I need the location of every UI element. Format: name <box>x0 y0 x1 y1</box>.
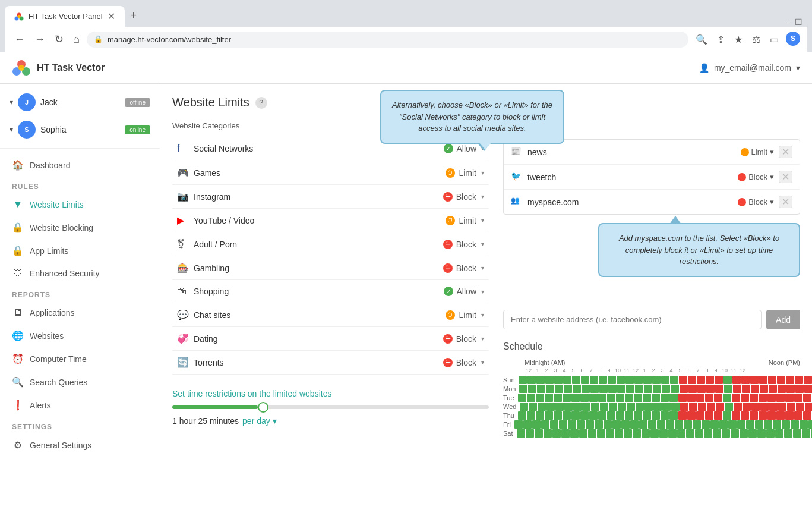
schedule-cell[interactable] <box>769 385 777 393</box>
schedule-cell[interactable] <box>787 403 795 411</box>
schedule-cell[interactable] <box>669 411 678 420</box>
new-tab-button[interactable]: + <box>126 5 142 27</box>
schedule-cell[interactable] <box>661 411 669 420</box>
schedule-cell[interactable] <box>630 420 639 429</box>
schedule-cell[interactable] <box>732 394 740 402</box>
schedule-cell[interactable] <box>687 411 696 420</box>
schedule-cell[interactable] <box>545 411 553 420</box>
schedule-cell[interactable] <box>769 403 778 411</box>
schedule-cell[interactable] <box>768 376 776 384</box>
remove-site-tweetch[interactable]: ✕ <box>779 171 792 183</box>
schedule-cell[interactable] <box>791 420 799 429</box>
schedule-cell[interactable] <box>775 429 783 438</box>
schedule-cell[interactable] <box>719 420 728 429</box>
schedule-cell[interactable] <box>624 429 632 438</box>
schedule-cell[interactable] <box>795 376 803 384</box>
dropdown-arrow-adult[interactable]: ▾ <box>481 241 484 247</box>
schedule-cell[interactable] <box>563 376 571 384</box>
schedule-cell[interactable] <box>563 411 571 420</box>
schedule-cell[interactable] <box>784 429 792 438</box>
schedule-cell[interactable] <box>707 403 715 411</box>
schedule-cell[interactable] <box>776 394 785 402</box>
schedule-cell[interactable] <box>580 394 589 402</box>
schedule-cell[interactable] <box>750 411 758 420</box>
schedule-cell[interactable] <box>625 411 633 420</box>
schedule-cell[interactable] <box>805 403 812 411</box>
schedule-cell[interactable] <box>580 411 589 420</box>
schedule-cell[interactable] <box>671 403 680 411</box>
schedule-cell[interactable] <box>671 385 679 393</box>
schedule-cell[interactable] <box>680 385 688 393</box>
schedule-cell[interactable] <box>652 411 660 420</box>
schedule-cell[interactable] <box>666 420 674 429</box>
user-dropdown-arrow[interactable]: ▾ <box>796 63 800 73</box>
schedule-cell[interactable] <box>564 385 572 393</box>
schedule-cell[interactable] <box>643 394 651 402</box>
schedule-cell[interactable] <box>644 403 653 411</box>
schedule-cell[interactable] <box>684 420 692 429</box>
schedule-cell[interactable] <box>634 411 642 420</box>
home-button[interactable]: ⌂ <box>71 31 82 48</box>
schedule-cell[interactable] <box>800 420 808 429</box>
schedule-cell[interactable] <box>732 411 740 420</box>
help-icon[interactable]: ? <box>255 97 267 109</box>
schedule-cell[interactable] <box>741 376 750 384</box>
nav-item-search-queries[interactable]: 🔍 Search Queries <box>0 370 160 394</box>
schedule-cell[interactable] <box>644 385 652 393</box>
schedule-cell[interactable] <box>561 429 570 438</box>
schedule-cell[interactable] <box>598 394 606 402</box>
schedule-cell[interactable] <box>615 429 623 438</box>
schedule-cell[interactable] <box>552 429 561 438</box>
schedule-cell[interactable] <box>696 394 704 402</box>
schedule-cell[interactable] <box>785 394 794 402</box>
schedule-cell[interactable] <box>657 420 665 429</box>
schedule-cell[interactable] <box>705 394 713 402</box>
schedule-cell[interactable] <box>715 376 723 384</box>
schedule-cell[interactable] <box>794 394 802 402</box>
bookmark-button[interactable]: ★ <box>732 32 745 48</box>
schedule-cell[interactable] <box>639 420 647 429</box>
split-view-button[interactable]: ▭ <box>767 32 781 48</box>
schedule-cell[interactable] <box>621 420 630 429</box>
tab-close-button[interactable]: ✕ <box>108 11 115 22</box>
schedule-cell[interactable] <box>778 385 786 393</box>
schedule-cell[interactable] <box>659 429 668 438</box>
schedule-cell[interactable] <box>595 420 603 429</box>
schedule-cell[interactable] <box>636 403 644 411</box>
schedule-cell[interactable] <box>804 376 812 384</box>
schedule-cell[interactable] <box>538 403 546 411</box>
window-minimize-button[interactable]: – <box>785 17 790 27</box>
schedule-cell[interactable] <box>803 411 811 420</box>
category-status-gambling[interactable]: ⛔ Block ▾ <box>443 263 484 273</box>
schedule-cell[interactable] <box>803 394 811 402</box>
user-item-sophia[interactable]: ▾ S Sophia online <box>0 116 160 143</box>
schedule-cell[interactable] <box>590 376 598 384</box>
schedule-cell[interactable] <box>698 403 706 411</box>
schedule-cell[interactable] <box>742 385 750 393</box>
schedule-cell[interactable] <box>535 429 543 438</box>
schedule-cell[interactable] <box>600 403 608 411</box>
schedule-cell[interactable] <box>536 376 545 384</box>
schedule-cell[interactable] <box>563 394 571 402</box>
schedule-cell[interactable] <box>607 411 615 420</box>
schedule-cell[interactable] <box>748 429 757 438</box>
schedule-cell[interactable] <box>519 376 527 384</box>
nav-item-alerts[interactable]: ❗ Alerts <box>0 394 160 417</box>
schedule-cell[interactable] <box>597 429 605 438</box>
schedule-cell[interactable] <box>616 394 624 402</box>
site-status-news[interactable]: Limit ▾ <box>741 147 774 156</box>
nav-item-app-limits[interactable]: 🔒 App Limits <box>0 239 160 262</box>
site-chevron-tweetch[interactable]: ▾ <box>770 172 774 181</box>
schedule-cell[interactable] <box>568 420 576 429</box>
nav-item-website-limits[interactable]: ▼ Website Limits <box>0 193 160 216</box>
profile-button[interactable]: S <box>786 32 800 46</box>
schedule-cell[interactable] <box>777 376 785 384</box>
schedule-cell[interactable] <box>793 429 801 438</box>
schedule-cell[interactable] <box>586 420 594 429</box>
site-chevron-myspace[interactable]: ▾ <box>770 197 774 206</box>
category-status-games[interactable]: ⏱ Limit ▾ <box>446 168 484 178</box>
schedule-cell[interactable] <box>532 420 541 429</box>
schedule-cell[interactable] <box>559 420 567 429</box>
schedule-cell[interactable] <box>573 403 582 411</box>
schedule-cell[interactable] <box>573 385 581 393</box>
